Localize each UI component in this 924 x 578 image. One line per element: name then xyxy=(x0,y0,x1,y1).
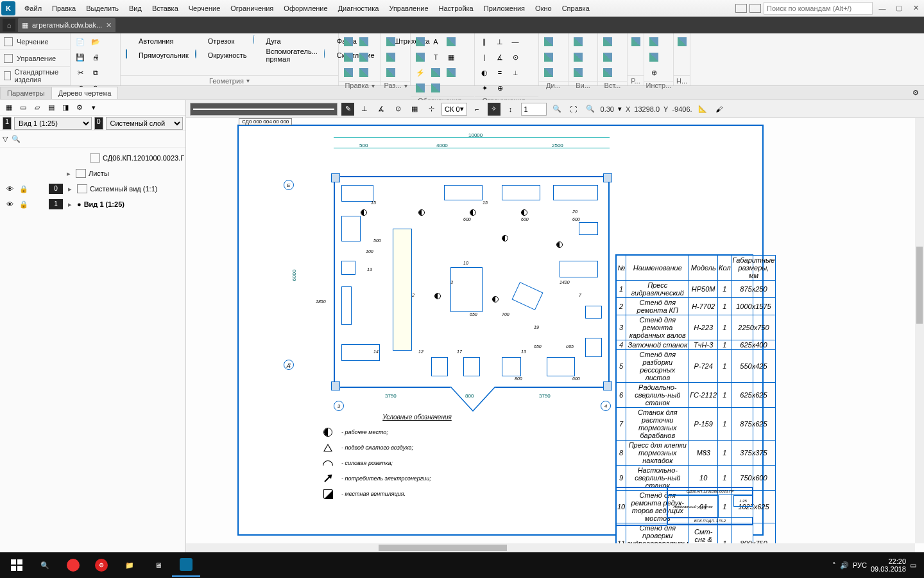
menu-apps[interactable]: Приложения xyxy=(479,2,530,15)
con-6[interactable]: ⊙ xyxy=(508,50,522,64)
search-taskbar-icon[interactable]: 🔍 xyxy=(31,554,59,577)
eye-icon[interactable]: 👁 xyxy=(4,185,15,193)
n-1[interactable] xyxy=(676,35,687,49)
snap-icon[interactable]: ⊙ xyxy=(391,103,404,116)
menu-view[interactable]: Вид xyxy=(124,2,147,15)
con-2[interactable]: ⊥ xyxy=(493,35,507,49)
con-5[interactable]: ∡ xyxy=(493,50,507,64)
annot-1[interactable] xyxy=(413,35,427,49)
menu-window[interactable]: Окно xyxy=(530,2,557,15)
horizontal-scrollbar[interactable] xyxy=(186,543,915,552)
dg-3[interactable] xyxy=(542,66,556,80)
layout-icon-1[interactable] xyxy=(735,4,747,13)
menu-insert[interactable]: Вставка xyxy=(147,2,184,15)
start-button[interactable] xyxy=(3,554,31,577)
eye-icon-2[interactable]: 👁 xyxy=(4,200,15,208)
copy-icon[interactable]: ⧉ xyxy=(89,66,103,80)
menu-manage[interactable]: Управление xyxy=(384,2,433,15)
tree-sheets[interactable]: ▸ Листы xyxy=(0,166,185,181)
tool-segment[interactable]: Отрезок xyxy=(193,35,250,48)
home-tab-icon[interactable]: ⌂ xyxy=(3,19,15,31)
con-4[interactable]: | xyxy=(477,50,492,64)
app-icon[interactable]: K xyxy=(1,1,15,15)
menu-settings[interactable]: Настройка xyxy=(434,2,479,15)
dg-1[interactable] xyxy=(542,35,556,49)
annot-8[interactable] xyxy=(429,66,443,80)
menu-format[interactable]: Оформление xyxy=(278,2,332,15)
minimize-button[interactable]: — xyxy=(875,2,889,15)
command-search[interactable] xyxy=(764,2,873,15)
ortho-icon[interactable]: ⌐ xyxy=(471,103,484,116)
layout-icon-2[interactable] xyxy=(749,4,761,13)
dg-2[interactable] xyxy=(542,50,556,64)
cs-select[interactable]: СК 0 ▾ xyxy=(441,103,467,116)
annot-9[interactable] xyxy=(444,66,458,80)
lock-icon[interactable]: 🔒 xyxy=(18,185,30,193)
snap2-icon[interactable]: ✧ xyxy=(488,103,501,116)
tl-1[interactable] xyxy=(647,35,661,49)
grid-icon[interactable]: ▦ xyxy=(408,103,421,116)
in-1[interactable] xyxy=(601,35,615,49)
zoom-out-icon[interactable]: 🔍 xyxy=(551,103,563,116)
annot-3[interactable] xyxy=(444,35,458,49)
dim-tool-2[interactable] xyxy=(384,50,398,64)
document-tab[interactable]: ▦ агрегатный.cdw.bak... ✕ xyxy=(18,18,116,32)
con-7[interactable]: ◐ xyxy=(477,66,492,80)
mode-manage[interactable]: Управление xyxy=(0,50,70,67)
taskbar-app-2[interactable]: ⚙ xyxy=(87,554,116,577)
annot-10[interactable] xyxy=(413,81,427,95)
tree-doc-root[interactable]: СД06.КП.1201000.0023.Г xyxy=(0,150,185,166)
axis-icon[interactable]: ⊹ xyxy=(425,103,438,116)
in-3[interactable] xyxy=(601,66,615,80)
in-2[interactable] xyxy=(601,50,615,64)
dim-icon[interactable]: ↕ xyxy=(504,103,517,116)
new-icon[interactable]: 📄 xyxy=(73,35,87,49)
linetype-select[interactable] xyxy=(190,103,338,116)
taskbar-explorer[interactable]: 📁 xyxy=(116,554,144,577)
lock-icon-2[interactable]: 🔒 xyxy=(18,200,30,209)
tree-view-1[interactable]: 👁 🔒 1 ▸● Вид 1 (1:25) xyxy=(0,197,185,212)
taskbar-kompas[interactable] xyxy=(172,554,200,577)
annot-2[interactable]: A xyxy=(429,35,443,49)
con-8[interactable]: = xyxy=(493,66,507,80)
side-tool-6[interactable]: ⚙ xyxy=(73,101,86,114)
tl-3[interactable]: ⊕ xyxy=(647,66,661,80)
side-tool-3[interactable]: ▱ xyxy=(31,101,44,114)
tl-2[interactable] xyxy=(647,50,661,64)
tray-lang[interactable]: РУС xyxy=(853,561,867,569)
tool-autoline[interactable]: Автолиния xyxy=(123,35,191,48)
step-input[interactable]: 1 xyxy=(521,103,547,116)
measure-icon[interactable]: 📐 xyxy=(696,103,709,116)
menu-edit[interactable]: Правка xyxy=(47,2,81,15)
annot-11[interactable] xyxy=(429,81,443,95)
filter-icon[interactable]: ▽ xyxy=(3,135,8,143)
mode-std-parts[interactable]: Стандартные изделия xyxy=(0,67,70,85)
tray-volume-icon[interactable]: 🔊 xyxy=(840,561,849,570)
tree-search-input[interactable] xyxy=(24,134,183,145)
con-11[interactable]: ⊕ xyxy=(493,81,507,95)
cut-icon[interactable]: ✂ xyxy=(73,66,87,80)
edit-tool-4[interactable] xyxy=(357,50,371,64)
close-button[interactable]: ✕ xyxy=(909,2,923,15)
perp-icon[interactable]: ⊥ xyxy=(358,103,371,116)
maximize-button[interactable]: ▢ xyxy=(892,2,906,15)
con-3[interactable]: — xyxy=(508,35,522,49)
save-icon[interactable]: 💾 xyxy=(73,50,87,64)
tray-notifications-icon[interactable]: ▭ xyxy=(910,561,916,570)
tool-auxline[interactable]: Вспомогатель... прямая xyxy=(251,49,320,62)
edit-tool-1[interactable] xyxy=(341,35,355,49)
mode-drawing[interactable]: Черчение xyxy=(0,33,70,50)
dim-tool-3[interactable] xyxy=(384,66,398,80)
tab-parameters[interactable]: Параметры xyxy=(0,87,52,99)
close-tab-icon[interactable]: ✕ xyxy=(106,21,112,30)
panel-settings-icon[interactable]: ⚙ xyxy=(910,87,921,99)
vw-2[interactable] xyxy=(571,50,585,64)
annot-6[interactable]: ▦ xyxy=(444,50,458,64)
taskbar-app-3[interactable]: 🖥 xyxy=(144,554,172,577)
taskbar-app-1[interactable] xyxy=(59,554,87,577)
vertical-scrollbar[interactable] xyxy=(915,118,924,543)
side-tool-4[interactable]: ▤ xyxy=(45,101,58,114)
dim-tool-1[interactable] xyxy=(384,35,398,49)
edit-tool-2[interactable] xyxy=(357,35,371,49)
open-icon[interactable]: 📂 xyxy=(89,35,103,49)
